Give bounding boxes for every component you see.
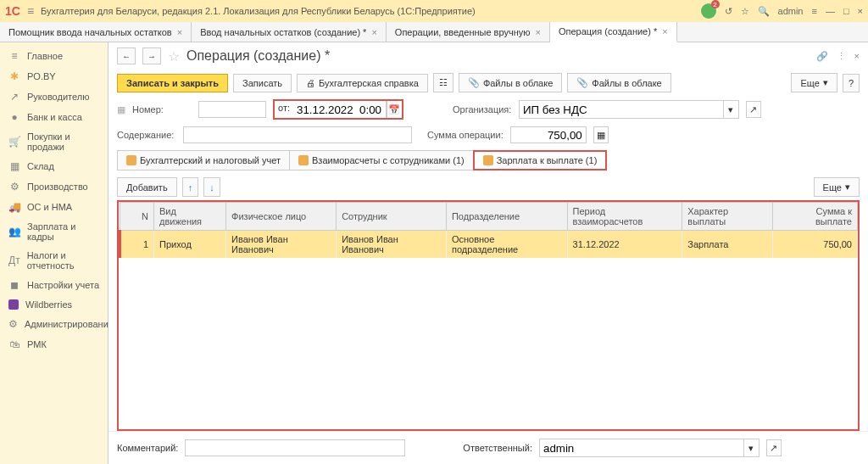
subtab[interactable]: Бухгалтерский и налоговый учет xyxy=(117,150,290,171)
clip-icon: 📎 xyxy=(576,77,588,88)
user-label[interactable]: admin xyxy=(778,6,804,16)
content-label: Содержание: xyxy=(117,130,176,140)
nav-forward-button[interactable]: → xyxy=(142,48,161,64)
date-input[interactable] xyxy=(293,101,387,118)
calendar-icon[interactable]: 📅 xyxy=(387,101,402,118)
sidebar-item[interactable]: ▦Склад xyxy=(0,156,108,176)
nav-icon: 🛍 xyxy=(8,338,20,350)
sidebar-item[interactable]: ↗Руководителю xyxy=(0,87,108,107)
date-from-label: от: xyxy=(275,101,293,118)
doc-icon: ▦ xyxy=(117,104,125,115)
add-button[interactable]: Добавить xyxy=(117,177,177,197)
nav-icon: ◼ xyxy=(8,279,20,291)
nav-icon: ↗ xyxy=(8,91,20,103)
tab[interactable]: Ввод начальных остатков (создание) *× xyxy=(192,22,387,42)
favorite-icon[interactable]: ☆ xyxy=(741,6,749,17)
more-button[interactable]: Еще ▾ xyxy=(791,73,837,92)
sidebar-item[interactable]: ◼Настройки учета xyxy=(0,275,108,295)
nav-back-button[interactable]: ← xyxy=(117,48,136,64)
clip-icon: 📎 xyxy=(468,77,480,88)
save-close-button[interactable]: Записать и закрыть xyxy=(117,74,228,92)
comment-input[interactable] xyxy=(185,439,405,456)
more-icon[interactable]: ⋮ xyxy=(837,51,846,62)
page-title: Операция (создание) * xyxy=(186,48,810,64)
column-header[interactable]: N xyxy=(120,203,154,231)
content-input[interactable] xyxy=(183,126,412,143)
hamburger-icon[interactable]: ≡ xyxy=(27,4,34,18)
subtab-icon xyxy=(298,155,309,165)
responsible-dropdown-icon[interactable]: ▾ xyxy=(743,439,759,456)
column-header[interactable]: Сумма к выплате xyxy=(773,203,858,231)
sidebar-item[interactable]: 🛒Покупки и продажи xyxy=(0,127,108,156)
sum-input[interactable] xyxy=(510,126,587,143)
search-icon[interactable]: 🔍 xyxy=(758,6,770,17)
comment-label: Комментарий: xyxy=(117,443,178,453)
nav-icon: ≡ xyxy=(8,50,20,62)
tab-close-icon[interactable]: × xyxy=(371,27,376,37)
tab[interactable]: Помощник ввода начальных остатков× xyxy=(0,22,192,42)
sidebar-item[interactable]: ⚙Администрирование xyxy=(0,314,108,334)
tab[interactable]: Операция (создание) *× xyxy=(550,22,677,42)
column-header[interactable]: Вид движения xyxy=(154,203,226,231)
subtab[interactable]: Взаиморасчеты с сотрудниками (1) xyxy=(289,150,474,171)
notification-icon[interactable] xyxy=(701,3,716,19)
calc-icon[interactable]: ▦ xyxy=(593,126,609,143)
sidebar-item[interactable]: ●Банк и касса xyxy=(0,107,108,127)
nav-icon xyxy=(8,299,19,310)
column-header[interactable]: Сотрудник xyxy=(337,203,447,231)
cloud-files-button-1[interactable]: 📎Файлы в облаке xyxy=(459,73,562,92)
maximize-icon[interactable]: □ xyxy=(843,6,849,16)
column-header[interactable]: Подразделение xyxy=(446,203,567,231)
table-row[interactable]: 1ПриходИванов Иван ИвановичИванов Иван И… xyxy=(120,231,858,259)
print-icon: 🖨 xyxy=(306,78,315,88)
save-button[interactable]: Записать xyxy=(233,74,292,92)
close-panel-icon[interactable]: × xyxy=(854,51,860,62)
sidebar-item[interactable]: ⚙Производство xyxy=(0,176,108,197)
sidebar-item[interactable]: 🛍РМК xyxy=(0,334,108,355)
history-icon[interactable]: ↺ xyxy=(725,6,732,17)
column-header[interactable]: Период взаиморасчетов xyxy=(567,203,682,231)
link-icon[interactable]: 🔗 xyxy=(816,51,828,62)
sidebar-item[interactable]: ДтНалоги и отчетность xyxy=(0,246,108,275)
nav-icon: 👥 xyxy=(8,226,20,238)
nav-icon: 🛒 xyxy=(8,136,20,148)
tab-close-icon[interactable]: × xyxy=(536,27,541,37)
column-header[interactable]: Физическое лицо xyxy=(226,203,337,231)
sum-label: Сумма операции: xyxy=(427,130,504,140)
org-input[interactable] xyxy=(520,101,723,118)
responsible-open-button[interactable]: ↗ xyxy=(766,439,782,456)
register-icon-button[interactable]: ☷ xyxy=(433,73,453,92)
number-label: Номер: xyxy=(132,104,192,115)
table-more-button[interactable]: Еще ▾ xyxy=(814,177,860,197)
sidebar-item[interactable]: 🚚ОС и НМА xyxy=(0,197,108,217)
subtab[interactable]: Зарплата к выплате (1) xyxy=(473,150,608,171)
tab-close-icon[interactable]: × xyxy=(662,26,667,36)
help-button[interactable]: ? xyxy=(843,74,860,92)
number-input[interactable] xyxy=(198,101,266,118)
org-open-button[interactable]: ↗ xyxy=(746,101,761,118)
sidebar-item[interactable]: 👥Зарплата и кадры xyxy=(0,217,108,246)
nav-icon: 🚚 xyxy=(8,201,20,213)
move-down-button[interactable]: ↓ xyxy=(203,177,220,197)
org-dropdown-icon[interactable]: ▾ xyxy=(723,101,738,118)
minimize-icon[interactable]: — xyxy=(826,6,835,16)
subtab-icon xyxy=(483,155,493,165)
sidebar-item[interactable]: Wildberries xyxy=(0,295,108,314)
column-header[interactable]: Характер выплаты xyxy=(682,203,773,231)
responsible-input[interactable] xyxy=(540,439,743,456)
nav-icon: ✱ xyxy=(8,70,20,82)
nav-icon: ● xyxy=(8,111,20,123)
cloud-files-button-2[interactable]: 📎Файлы в облаке xyxy=(567,73,670,92)
nav-icon: ⚙ xyxy=(8,181,20,193)
sidebar-item[interactable]: ✱PO.BY xyxy=(0,66,108,87)
tab-close-icon[interactable]: × xyxy=(177,27,182,37)
settings-icon[interactable]: ≡ xyxy=(811,6,816,16)
acct-ref-button[interactable]: 🖨Бухгалтерская справка xyxy=(297,74,428,92)
app-title: Бухгалтерия для Беларуси, редакция 2.1. … xyxy=(41,6,693,16)
star-icon[interactable]: ☆ xyxy=(168,48,180,64)
close-icon[interactable]: × xyxy=(858,6,863,16)
tab[interactable]: Операции, введенные вручную× xyxy=(387,22,550,42)
nav-icon: ▦ xyxy=(8,160,20,172)
sidebar-item[interactable]: ≡Главное xyxy=(0,46,108,66)
move-up-button[interactable]: ↑ xyxy=(182,177,199,197)
